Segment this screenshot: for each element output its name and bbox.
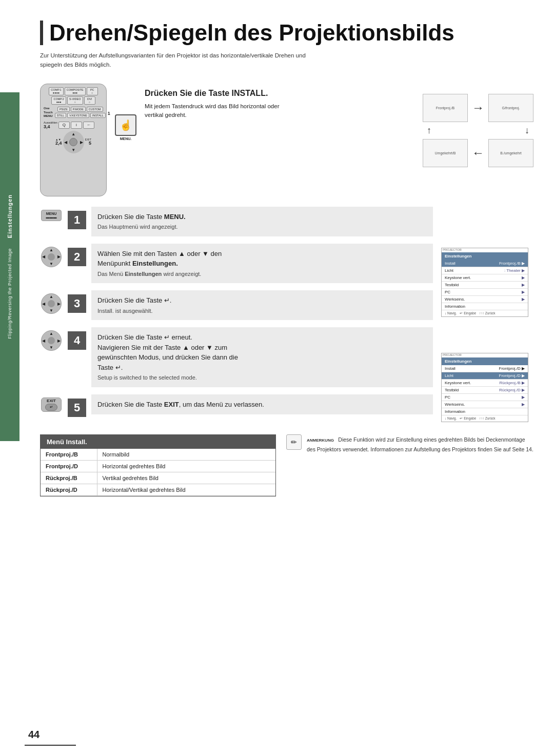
page-number: 44 bbox=[28, 729, 39, 741]
proj-arrow-down-left: ↑ bbox=[427, 125, 431, 136]
screen1-nav-0: ↓ Navig. bbox=[445, 311, 457, 315]
screen1-row-5: Werkseins. ▶ bbox=[442, 296, 528, 303]
proj-box-umgekehrt: Umgekehrt/B bbox=[423, 139, 468, 167]
remote-btn-info: i bbox=[71, 122, 82, 129]
screen2-titlebar: Einstellungen bbox=[442, 357, 528, 365]
anmerkung-content: ANMERKUNG Diese Funktion wird zur Einste… bbox=[307, 434, 533, 454]
step-5-desc: Drücken Sie die Taste EXIT, um das Menü … bbox=[91, 394, 433, 415]
remote-auswahlen-label: Auswählen bbox=[44, 121, 57, 125]
remote-illustration: COMP.1●●●● COMPOSITE●●● PC○ COMP.2●●● S-… bbox=[40, 84, 107, 196]
table-row-2: Rückproj./B Vertikal gedrehtes Bild bbox=[41, 472, 275, 484]
anmerkung-text: Diese Funktion wird zur Einstellung eine… bbox=[307, 436, 533, 452]
proj-box-bumgekehrt: B./umgekehrt bbox=[488, 139, 533, 167]
proj-box-gfrontproj: G/frontproj. bbox=[488, 94, 533, 122]
screen-capture-2: PROJECTOR Einstellungen Install Frontpro… bbox=[441, 353, 528, 422]
anmerkung-box: ✏ ANMERKUNG Diese Funktion wird zur Eins… bbox=[286, 434, 533, 454]
step-4-block: ▲ ▼ ◀ ▶ 4 Drücken Sie die Taste ↵ erneut… bbox=[40, 327, 433, 387]
table-value-3: Horizontal/Vertikal gedrehtes Bild bbox=[97, 484, 275, 495]
screen2-value-0: Frontproj./D ▶ bbox=[499, 366, 525, 371]
screen1-value-5: ▶ bbox=[522, 297, 525, 302]
remote-btn-pc: PC○ bbox=[87, 87, 98, 95]
screen2-label-1: Licht bbox=[445, 373, 453, 378]
screen1-titlebar: Einstellungen bbox=[442, 252, 528, 260]
subtitle: Zur Unterstützung der Aufstellungsvarian… bbox=[40, 51, 533, 69]
screen1-row-3: Testbild ▶ bbox=[442, 282, 528, 289]
screen2-row-4: PC ▶ bbox=[442, 394, 528, 401]
install-icon: ☝ bbox=[115, 114, 136, 136]
screen2-row-5: Werkseins. ▶ bbox=[442, 401, 528, 408]
step-2-line1: Wählen Sie mit den Tasten ▲ oder ▼ den bbox=[97, 249, 427, 259]
top-instruction-area: COMP.1●●●● COMPOSITE●●● PC○ COMP.2●●● S-… bbox=[40, 84, 533, 196]
sidebar-label-flipping: Flipping/Reversing the Projected Image bbox=[7, 248, 12, 339]
menu-install-section: Menü Install. Frontproj./B Normalbild Fr… bbox=[40, 434, 533, 496]
step-2-desc: Wählen Sie mit den Tasten ▲ oder ▼ den M… bbox=[91, 244, 433, 284]
remote-btn-vkeystone: V.KEYSTONE bbox=[67, 113, 89, 118]
step-1-block: MENU▬▬▬ 1 Drücken Sie die Taste MENU. Da… bbox=[40, 207, 433, 236]
screen1-nav: ↓ Navig. ↵ Eingabe ↑↑↑ Zurück bbox=[442, 310, 528, 316]
screen1-nav-1: ↵ Eingabe bbox=[460, 311, 476, 315]
remote-btn-custom: CUSTOM bbox=[87, 107, 103, 112]
step-5-icon: EXIT ↵ bbox=[40, 394, 63, 412]
step-2-number: 2 bbox=[68, 248, 86, 266]
install-heading-plain: Drücken Sie die Taste bbox=[145, 89, 232, 97]
main-content: Drehen/Spiegeln des Projektionsbilds Zur… bbox=[25, 0, 554, 517]
proj-box-frontprojb: Frontproj./B bbox=[423, 94, 468, 122]
screen2-label-6: Information bbox=[445, 409, 465, 414]
step-2-sub-after: wird angezeigt. bbox=[162, 271, 201, 277]
step-3-desc: Drücken Sie die Taste ↵. Install. ist au… bbox=[91, 290, 433, 320]
remote-step5: 5 bbox=[85, 141, 91, 146]
screen2-value-4: ▶ bbox=[522, 395, 525, 400]
step-4-icon: ▲ ▼ ◀ ▶ bbox=[40, 327, 63, 351]
screen2-nav-0: ↓ Navig. bbox=[445, 416, 457, 421]
step-1-sub: Das Hauptmenü wird angezeigt. bbox=[97, 223, 427, 231]
screen2-row-6: Information bbox=[442, 408, 528, 415]
step-1-number: 1 bbox=[68, 211, 86, 229]
remote-steps34: 3,4 bbox=[44, 124, 57, 130]
table-value-0: Normalbild bbox=[97, 449, 275, 461]
subtitle-line1: Zur Unterstützung der Aufstellungsvarian… bbox=[40, 52, 306, 58]
anmerkung-label: ANMERKUNG bbox=[307, 438, 334, 443]
screen1-label-6: Information bbox=[445, 304, 465, 309]
subtitle-line2: spiegeln des Bilds möglich. bbox=[40, 62, 111, 68]
sidebar-label-einstellungen: Einstellungen bbox=[7, 194, 13, 238]
screen1-title: Einstellungen bbox=[445, 254, 471, 258]
install-button-illus: ☝ MENU. bbox=[115, 114, 136, 141]
step-2-line2-plain: Menüpunkt bbox=[97, 260, 132, 267]
screen1-row-6: Information bbox=[442, 303, 528, 310]
screen2-label-3: Testbild bbox=[445, 388, 459, 392]
screen1-row-4: PC ▶ bbox=[442, 289, 528, 296]
remote-btn-dvi: DVI○ bbox=[84, 96, 95, 105]
remote-btn-exit: ← bbox=[83, 122, 94, 129]
step-5-text-bold: EXIT bbox=[164, 401, 179, 408]
step-4-desc: Drücken Sie die Taste ↵ erneut. Navigier… bbox=[91, 327, 433, 387]
step-4-line2: Navigieren Sie mit der Taste ▲ oder ▼ zu… bbox=[97, 343, 427, 353]
install-desc-line2: vertikal gedreht. bbox=[145, 112, 187, 118]
step-1-text-plain: Drücken Sie die Taste bbox=[97, 213, 164, 221]
step-1-desc: Drücken Sie die Taste MENU. Das Hauptmen… bbox=[91, 207, 433, 236]
remote-btn-composite: COMPOSITE●●● bbox=[65, 87, 86, 95]
screen2-nav: ↓ Navig. ↵ Eingabe ↑↑↑ Zurück bbox=[442, 415, 528, 422]
screen1-value-1: : Theater ▶ bbox=[504, 268, 525, 273]
install-desc-line1: Mit jedem Tastendruck wird das Bild hori… bbox=[145, 103, 280, 109]
install-btn-label: MENU. bbox=[120, 137, 132, 141]
step-4-number: 4 bbox=[68, 331, 86, 350]
screen1-row-0: Install Frontproj./B ▶ bbox=[442, 260, 528, 267]
step-3-block: ▲ ▼ ◀ ▶ 3 Drücken Sie die Taste ↵. Insta… bbox=[40, 290, 433, 320]
screen2-title: Einstellungen bbox=[445, 359, 471, 364]
table-row-1: Frontproj./D Horizontal gedrehtes Bild bbox=[41, 460, 275, 472]
step1-badge: 1 bbox=[108, 111, 110, 116]
screen1-label-2: Keystone vert. bbox=[445, 275, 471, 280]
screen-captures-column: PROJECTOR Einstellungen Install Frontpro… bbox=[441, 248, 533, 424]
screen2-value-1: Frontproj./D ▶ bbox=[499, 373, 525, 378]
step-5-text-after: , um das Menü zu verlassen. bbox=[179, 401, 264, 408]
step-3-icon: ▲ ▼ ◀ ▶ bbox=[40, 290, 63, 314]
remote-steps24: 2,4 bbox=[55, 141, 62, 146]
install-instruction-block: Drücken Sie die Taste INSTALL. Mit jedem… bbox=[145, 84, 414, 120]
menu-install-header: Menü Install. bbox=[41, 435, 275, 449]
anmerkung-icon: ✏ bbox=[286, 434, 302, 450]
step-2-sub-plain: Das Menü bbox=[97, 271, 125, 277]
step-1-icon: MENU▬▬▬ bbox=[40, 207, 63, 221]
install-desc: Mit jedem Tastendruck wird das Bild hori… bbox=[145, 102, 414, 120]
screen2-label-0: Install bbox=[445, 366, 456, 371]
step-5-number: 5 bbox=[68, 399, 86, 417]
